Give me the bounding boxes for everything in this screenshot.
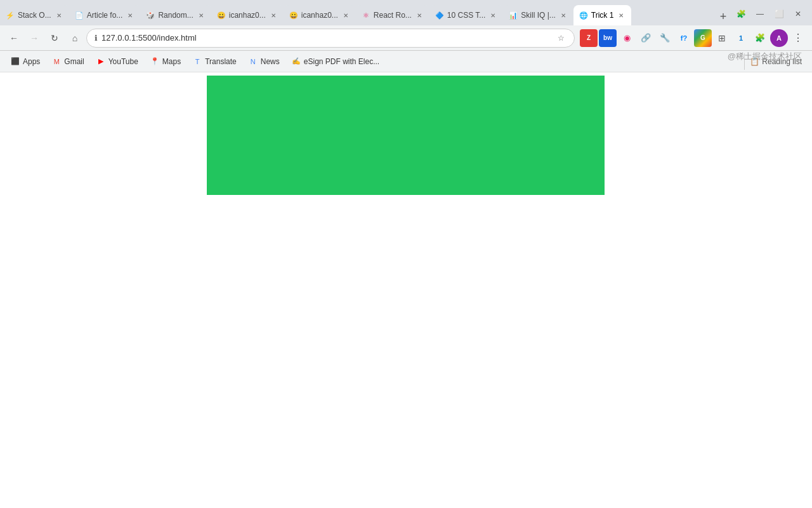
tab-stack[interactable]: ⚡Stack O...✕	[0, 5, 69, 25]
extensions-puzzle-icon[interactable]: 🧩	[751, 29, 769, 47]
bm-youtube-label: YouTube	[108, 57, 138, 66]
bm-apps-label: Apps	[23, 57, 40, 66]
tab-emoji1[interactable]: 😀icanhaz0...✕	[211, 5, 284, 25]
bookmarks-bar: ⬛AppsMGmail▶YouTube📍MapsTTranslateNNews✍…	[0, 51, 812, 72]
tab-bar: ⚡Stack O...✕📄Article fo...✕🎲Random...✕😀i…	[0, 0, 812, 25]
microsoft-icon[interactable]: ⊞	[713, 29, 731, 47]
toolbar-icons: Z bw ◉ 🔗 🔧 f? G ⊞ 1 🧩 A ⋮	[580, 29, 807, 47]
tab-css-close[interactable]: ✕	[488, 10, 498, 20]
tab-random-label: Random...	[158, 11, 193, 20]
tab-emoji1-close[interactable]: ✕	[268, 10, 278, 20]
bm-news[interactable]: NNews	[243, 53, 285, 70]
password-manager-icon[interactable]: 1	[732, 29, 750, 47]
lock-icon: ℹ	[95, 34, 98, 43]
new-tab-button[interactable]: +	[714, 8, 732, 25]
bm-gmail-label: Gmail	[64, 57, 84, 66]
watermark-text: @稀土掘金技术社区	[728, 51, 802, 62]
bm-apps[interactable]: ⬛Apps	[5, 53, 45, 70]
extension2-icon[interactable]: 🔧	[656, 29, 674, 47]
jsfiddle-icon[interactable]: f?	[675, 29, 693, 47]
extension1-icon[interactable]: 🔗	[637, 29, 655, 47]
tab-trick-close[interactable]: ✕	[616, 10, 626, 20]
bw-icon[interactable]: bw	[599, 29, 617, 47]
url-text: 127.0.0.1:5500/index.html	[102, 33, 551, 43]
tab-article[interactable]: 📄Article fo...✕	[69, 5, 141, 25]
tab-skill[interactable]: 📊Skill IQ |...✕	[503, 5, 573, 25]
bm-youtube-favicon: ▶	[96, 57, 106, 67]
minimize-button[interactable]: —	[751, 5, 769, 23]
tab-random-close[interactable]: ✕	[196, 10, 206, 20]
bm-news-favicon: N	[248, 57, 258, 67]
bm-maps-label: Maps	[162, 57, 181, 66]
tab-css-label: 10 CSS T...	[447, 11, 485, 20]
tab-emoji2[interactable]: 😀icanhaz0...✕	[284, 5, 356, 25]
tab-article-label: Article fo...	[87, 11, 123, 20]
green-rectangle	[207, 76, 605, 195]
tab-css[interactable]: 🔷10 CSS T...✕	[429, 5, 503, 25]
tab-stack-favicon: ⚡	[5, 10, 15, 20]
bm-maps[interactable]: 📍Maps	[145, 53, 186, 70]
navigation-bar: ← → ↻ ⌂ ℹ 127.0.0.1:5500/index.html ☆ Z …	[0, 25, 812, 51]
bm-gmail[interactable]: MGmail	[46, 53, 89, 70]
tab-skill-close[interactable]: ✕	[558, 10, 568, 20]
tab-emoji2-favicon: 😀	[289, 10, 299, 20]
tab-react-favicon: ⚛	[361, 10, 371, 20]
tab-emoji1-favicon: 😀	[216, 10, 226, 20]
tab-skill-label: Skill IQ |...	[521, 11, 555, 20]
forward-button[interactable]: →	[25, 29, 43, 47]
profile-avatar[interactable]: A	[770, 29, 788, 47]
maximize-button[interactable]: ⬜	[770, 5, 788, 23]
extension-icon[interactable]: 🧩	[732, 5, 750, 23]
close-button[interactable]: ✕	[789, 5, 807, 23]
tab-trick[interactable]: 🌐Trick 1✕	[573, 5, 632, 25]
address-bar[interactable]: ℹ 127.0.0.1:5500/index.html ☆	[86, 29, 575, 48]
bm-translate[interactable]: TTranslate	[187, 53, 242, 70]
tab-random[interactable]: 🎲Random...✕	[140, 5, 211, 25]
tab-react-close[interactable]: ✕	[414, 10, 424, 20]
tab-emoji2-close[interactable]: ✕	[341, 10, 351, 20]
tab-article-close[interactable]: ✕	[125, 10, 135, 20]
tab-react-label: React Ro...	[374, 11, 412, 20]
bm-esign[interactable]: ✍eSign PDF with Elec...	[286, 53, 384, 70]
bm-maps-favicon: 📍	[150, 57, 160, 67]
tab-css-favicon: 🔷	[435, 10, 445, 20]
tab-random-favicon: 🎲	[145, 10, 155, 20]
circle-icon[interactable]: ◉	[618, 29, 636, 47]
chrome-menu-button[interactable]: ⋮	[789, 29, 807, 47]
bm-esign-label: eSign PDF with Elec...	[304, 57, 379, 66]
back-button[interactable]: ←	[5, 29, 23, 47]
zoho-icon[interactable]: Z	[580, 29, 598, 47]
chrome-window: ⚡Stack O...✕📄Article fo...✕🎲Random...✕😀i…	[0, 0, 812, 72]
tab-react[interactable]: ⚛React Ro...✕	[356, 5, 429, 25]
bookmark-star-icon[interactable]: ☆	[555, 32, 566, 44]
tab-stack-close[interactable]: ✕	[54, 10, 64, 20]
bm-news-label: News	[261, 57, 280, 66]
bm-youtube[interactable]: ▶YouTube	[91, 53, 143, 70]
tab-article-favicon: 📄	[74, 10, 84, 20]
bm-translate-label: Translate	[205, 57, 237, 66]
bm-gmail-favicon: M	[51, 57, 62, 67]
reload-button[interactable]: ↻	[46, 29, 63, 47]
bm-apps-favicon: ⬛	[10, 57, 20, 67]
tab-trick-label: Trick 1	[591, 11, 614, 20]
tab-stack-label: Stack O...	[18, 11, 51, 20]
tab-emoji2-label: icanhaz0...	[301, 11, 338, 20]
tab-emoji1-label: icanhaz0...	[229, 11, 266, 20]
window-controls: 🧩 — ⬜ ✕	[732, 5, 812, 25]
bm-translate-favicon: T	[192, 57, 202, 67]
home-button[interactable]: ⌂	[66, 29, 84, 47]
tab-skill-favicon: 📊	[508, 10, 518, 20]
bm-esign-favicon: ✍	[291, 57, 301, 67]
address-icons: ☆	[555, 32, 566, 44]
g-translate-icon[interactable]: G	[694, 29, 712, 47]
tab-trick-favicon: 🌐	[579, 10, 589, 20]
